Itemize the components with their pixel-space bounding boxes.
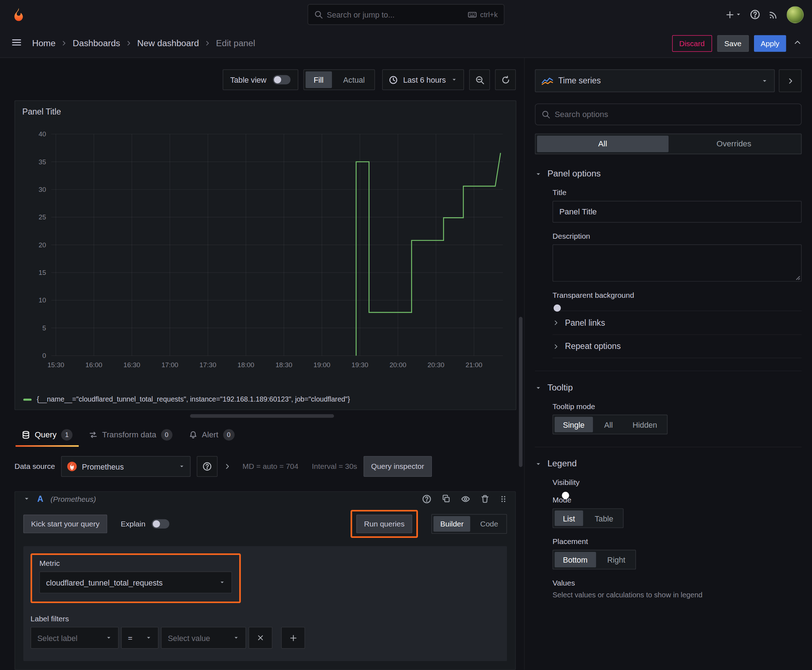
explain-toggle[interactable] bbox=[151, 519, 169, 529]
breadcrumb-new-dashboard[interactable]: New dashboard bbox=[137, 38, 199, 48]
delete-query-trash-icon[interactable] bbox=[480, 494, 490, 503]
refresh-icon bbox=[501, 75, 510, 84]
global-search-input[interactable] bbox=[327, 10, 464, 19]
collapse-options-pane-button[interactable] bbox=[779, 69, 802, 92]
legend-series-label[interactable]: {__name__="cloudflared_tunnel_total_requ… bbox=[37, 396, 350, 403]
datasource-label: Data source bbox=[15, 462, 55, 470]
all-overrides-segmented: All Overrides bbox=[535, 134, 802, 154]
refresh-button[interactable] bbox=[495, 69, 516, 90]
panel-links-collapse[interactable]: Panel links bbox=[553, 311, 802, 335]
svg-text:40: 40 bbox=[39, 130, 46, 138]
tab-transform[interactable]: Transform data 0 bbox=[82, 423, 180, 447]
expand-stats-chevron-icon[interactable] bbox=[224, 463, 231, 470]
chevron-right-icon bbox=[125, 40, 132, 47]
apply-button[interactable]: Apply bbox=[754, 35, 786, 52]
actual-option[interactable]: Actual bbox=[335, 71, 373, 88]
new-menu-button[interactable] bbox=[726, 10, 741, 19]
drag-handle-icon[interactable] bbox=[500, 495, 507, 503]
placement-option-right[interactable]: Right bbox=[599, 552, 634, 567]
datasource-help-button[interactable] bbox=[197, 456, 218, 477]
select-label-dropdown[interactable]: Select label bbox=[31, 627, 119, 649]
mode-option-list[interactable]: List bbox=[554, 510, 583, 526]
query-help-icon[interactable] bbox=[422, 494, 431, 504]
svg-text:0: 0 bbox=[42, 352, 46, 359]
legend-header[interactable]: Legend bbox=[535, 459, 802, 469]
collapse-query-chevron-icon[interactable] bbox=[23, 495, 30, 502]
chart-area[interactable]: 051015202530354015:3016:0016:3017:0017:3… bbox=[15, 123, 516, 393]
query-inspector-button[interactable]: Query inspector bbox=[363, 456, 432, 477]
hide-response-eye-icon[interactable] bbox=[461, 494, 470, 504]
tab-all[interactable]: All bbox=[537, 135, 668, 152]
resize-handle-icon[interactable] bbox=[795, 275, 800, 280]
tooltip-option-single[interactable]: Single bbox=[554, 416, 593, 432]
label-filters-field: Label filters Select label = bbox=[31, 614, 500, 648]
menu-toggle-button[interactable] bbox=[8, 34, 25, 52]
datasource-name: Prometheus bbox=[82, 462, 174, 471]
grafana-logo[interactable] bbox=[8, 4, 29, 25]
operator-dropdown[interactable]: = bbox=[121, 627, 158, 649]
panel-title[interactable]: Panel Title bbox=[15, 101, 516, 123]
user-avatar[interactable] bbox=[787, 6, 804, 23]
metric-select[interactable]: cloudflared_tunnel_total_requests bbox=[39, 572, 232, 594]
visualization-picker[interactable]: Time series bbox=[535, 69, 775, 92]
select-value-dropdown[interactable]: Select value bbox=[161, 627, 246, 649]
remove-filter-button[interactable] bbox=[249, 627, 273, 649]
rss-icon bbox=[769, 10, 778, 19]
horizontal-scrollbar[interactable] bbox=[190, 414, 334, 418]
panel-title-input[interactable] bbox=[553, 201, 802, 223]
keyboard-shortcut-hint: ctrl+k bbox=[468, 10, 498, 19]
transform-icon bbox=[89, 431, 97, 439]
options-search[interactable] bbox=[535, 103, 802, 125]
placement-option-bottom[interactable]: Bottom bbox=[554, 552, 596, 567]
vertical-scrollbar[interactable] bbox=[519, 317, 522, 467]
run-queries-button[interactable]: Run queries bbox=[356, 515, 412, 533]
tooltip-option-all[interactable]: All bbox=[596, 416, 621, 432]
chevron-down-icon bbox=[451, 76, 457, 83]
global-search[interactable]: ctrl+k bbox=[308, 4, 504, 25]
tab-transform-label: Transform data bbox=[102, 430, 156, 440]
repeat-options-title: Repeat options bbox=[565, 342, 621, 351]
breadcrumb-home[interactable]: Home bbox=[32, 38, 56, 48]
help-button[interactable] bbox=[750, 9, 760, 20]
datasource-picker[interactable]: Prometheus bbox=[61, 456, 191, 477]
query-datasource-hint: (Prometheus) bbox=[51, 495, 96, 503]
run-queries-annotation-box: Run queries bbox=[351, 510, 418, 538]
tab-alert[interactable]: Alert 0 bbox=[181, 423, 242, 447]
tooltip-header[interactable]: Tooltip bbox=[535, 382, 802, 393]
code-option[interactable]: Code bbox=[474, 516, 505, 531]
breadcrumb-dashboards[interactable]: Dashboards bbox=[73, 38, 120, 48]
svg-text:18:00: 18:00 bbox=[237, 361, 254, 369]
chevron-right-icon bbox=[553, 319, 559, 326]
zoom-out-button[interactable] bbox=[469, 69, 490, 90]
panel-subsections: Panel links Repeat options bbox=[553, 311, 802, 358]
tooltip-option-hidden[interactable]: Hidden bbox=[624, 416, 665, 432]
fill-option[interactable]: Fill bbox=[305, 71, 332, 88]
save-button[interactable]: Save bbox=[717, 35, 749, 52]
description-textarea[interactable] bbox=[553, 244, 802, 282]
keyboard-icon bbox=[468, 10, 477, 19]
tab-query[interactable]: Query 1 bbox=[15, 423, 80, 447]
legend-swatch bbox=[23, 398, 32, 401]
panel-preview: Panel Title 051015202530354015:3016:0016… bbox=[15, 101, 517, 410]
discard-button[interactable]: Discard bbox=[672, 35, 712, 52]
panel-options-header[interactable]: Panel options bbox=[535, 169, 802, 179]
chevron-down-icon bbox=[736, 12, 741, 17]
options-search-input[interactable] bbox=[554, 110, 795, 119]
repeat-options-collapse[interactable]: Repeat options bbox=[553, 334, 802, 358]
svg-text:30: 30 bbox=[39, 186, 46, 193]
add-filter-button[interactable] bbox=[281, 627, 305, 649]
news-feed-button[interactable] bbox=[769, 10, 778, 19]
mode-option-table[interactable]: Table bbox=[587, 510, 622, 526]
time-range-picker[interactable]: Last 6 hours bbox=[382, 69, 464, 90]
tab-overrides[interactable]: Overrides bbox=[668, 135, 800, 152]
builder-option[interactable]: Builder bbox=[434, 516, 470, 531]
duplicate-query-icon[interactable] bbox=[442, 494, 451, 503]
panel-view-toolbar: Table view Fill Actual Last 6 hours bbox=[0, 58, 524, 101]
table-view-toggle[interactable] bbox=[273, 75, 290, 85]
kickstart-query-button[interactable]: Kick start your query bbox=[23, 515, 107, 533]
svg-text:20:30: 20:30 bbox=[427, 361, 444, 369]
collapse-header-button[interactable] bbox=[791, 36, 804, 50]
label-filters-row: Select label = bbox=[31, 627, 500, 649]
query-ref-id[interactable]: A bbox=[37, 494, 43, 504]
transform-count-badge: 0 bbox=[161, 429, 172, 441]
